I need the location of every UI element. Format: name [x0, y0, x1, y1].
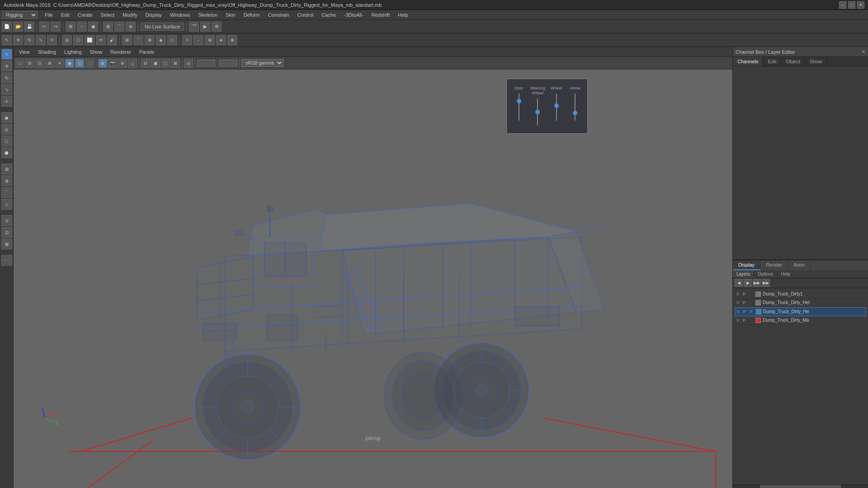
- poly-edit-btn[interactable]: ⬢: [1, 147, 12, 158]
- snap-to-curve2-btn[interactable]: ⌒: [133, 35, 143, 45]
- poly-create-btn[interactable]: ⬡: [1, 136, 12, 146]
- channel-box-close-btn[interactable]: ✕: [862, 49, 865, 54]
- layer3-visibility[interactable]: V: [737, 310, 741, 314]
- layer1-visibility[interactable]: V: [736, 292, 741, 296]
- minus-btn[interactable]: -: [193, 35, 203, 45]
- anim-btn[interactable]: ♦: [216, 35, 226, 45]
- snap-surface-btn[interactable]: ◇: [167, 35, 177, 45]
- scale-mode-btn[interactable]: ⤡: [1, 84, 12, 95]
- display-tab[interactable]: Display: [733, 260, 760, 270]
- rig-btn[interactable]: ⊗: [227, 35, 237, 45]
- snap-surface-side-btn[interactable]: ◇: [1, 199, 12, 210]
- vp-show-cam-btn[interactable]: 📷: [108, 59, 117, 68]
- vp-xray-btn[interactable]: ◌: [85, 59, 94, 68]
- viewport-canvas[interactable]: persp X Z Y Door: [14, 70, 732, 488]
- vp-shading-menu[interactable]: Shading: [34, 48, 60, 56]
- snap-to-grid-btn[interactable]: ⊞: [122, 35, 132, 45]
- layer3-R[interactable]: R: [750, 310, 754, 314]
- snap-point-side-btn[interactable]: ⊕: [1, 175, 12, 186]
- options-sub-tab[interactable]: Options: [754, 270, 777, 278]
- layer2-P[interactable]: P: [743, 300, 747, 305]
- vp-field-chart-btn[interactable]: ⊠: [171, 59, 180, 68]
- lasso-btn[interactable]: ○: [77, 22, 87, 32]
- arrow-handle[interactable]: [573, 111, 577, 115]
- layer3-P[interactable]: P: [743, 310, 748, 314]
- soft-select2-btn[interactable]: ◎: [1, 124, 12, 135]
- paint-btn[interactable]: ◉: [88, 22, 98, 32]
- select-btn[interactable]: ⊞: [66, 22, 75, 32]
- vp-gamma-value-input[interactable]: 1.00: [219, 60, 237, 66]
- door-slider[interactable]: [519, 94, 519, 121]
- vp-film-gate-btn[interactable]: ▣: [151, 59, 160, 68]
- menu-redshift[interactable]: Redshift: [368, 11, 393, 19]
- menu-create[interactable]: Create: [74, 11, 96, 19]
- layer-row-2[interactable]: V P Dump_Truck_Dirty_Hel: [735, 299, 866, 307]
- group-btn[interactable]: ⊠: [1, 239, 12, 249]
- soft-sel2-btn[interactable]: ⬡: [73, 35, 83, 45]
- vp-show-grid-btn[interactable]: ⊞: [98, 59, 107, 68]
- layer-row-4[interactable]: V P Dump_Truck_Dirty_Ma: [735, 316, 866, 325]
- vp-all-lights-btn[interactable]: ☀: [55, 59, 64, 68]
- vp-shaded-btn[interactable]: □: [15, 59, 24, 68]
- no-live-surface-btn[interactable]: No Live Surface: [141, 23, 184, 31]
- object-tab[interactable]: Object: [781, 57, 805, 66]
- vp-show-menu[interactable]: Show: [86, 48, 106, 56]
- add-layer-btn[interactable]: ▶▶: [753, 279, 761, 287]
- snap-point-btn[interactable]: ⊕: [126, 22, 136, 32]
- remove-layer-btn[interactable]: ▶▶: [762, 279, 770, 287]
- vp-view-menu[interactable]: View: [15, 48, 33, 56]
- wheel-handle[interactable]: [554, 103, 559, 108]
- menu-modify[interactable]: Modify: [119, 11, 141, 19]
- rotate-mode-btn[interactable]: ↻: [1, 72, 12, 83]
- paint-weights-btn[interactable]: ◉: [1, 112, 12, 123]
- render-tab[interactable]: Render: [760, 260, 788, 270]
- menu-skin[interactable]: Skin: [222, 11, 239, 19]
- scale-tool-btn[interactable]: ⤡: [36, 35, 46, 45]
- save-btn[interactable]: 💾: [24, 22, 34, 32]
- vp-lighting-menu[interactable]: Lighting: [61, 48, 85, 56]
- plus-btn[interactable]: +: [182, 35, 192, 45]
- vp-color-btn[interactable]: ◉: [65, 59, 74, 68]
- history-btn[interactable]: ⊙: [1, 215, 12, 226]
- snap-curve-btn[interactable]: ⌒: [114, 22, 124, 32]
- layer1-P[interactable]: P: [743, 292, 747, 296]
- right-scrollbar[interactable]: [733, 484, 868, 488]
- vp-texture-btn[interactable]: ⊞: [45, 59, 54, 68]
- gamma-select[interactable]: sRGB gamma linear: [241, 59, 283, 67]
- snap-grid-side-btn[interactable]: ⊞: [1, 164, 12, 174]
- menu-display[interactable]: Display: [142, 11, 165, 19]
- next-layer-btn[interactable]: ▶: [744, 279, 752, 287]
- snap-curve-side-btn[interactable]: ⌒: [1, 187, 12, 198]
- vp-isolate-sel-btn[interactable]: ◎: [184, 59, 193, 68]
- select-tool-btn[interactable]: ↖: [2, 35, 12, 45]
- vp-shaded-wire-btn[interactable]: ⊡: [35, 59, 44, 68]
- steering-slider[interactable]: [537, 99, 538, 126]
- vp-exposure-input[interactable]: 0.00: [197, 60, 215, 66]
- menu-3dtoall[interactable]: -3DtoAll-: [340, 11, 367, 19]
- new-file-btn[interactable]: 📄: [2, 22, 12, 32]
- prev-layer-btn[interactable]: ◀: [735, 279, 743, 287]
- layers-sub-tab[interactable]: Layers: [733, 270, 754, 278]
- menu-help[interactable]: Help: [394, 11, 412, 19]
- minimize-button[interactable]: ─: [839, 1, 846, 9]
- container-btn[interactable]: ⊡: [1, 227, 12, 238]
- steering-handle[interactable]: [535, 110, 540, 114]
- extras-btn[interactable]: ⋯: [1, 255, 12, 266]
- render-btn[interactable]: 🎬: [189, 22, 199, 32]
- vp-resolution-gate-btn[interactable]: ⊟: [141, 59, 150, 68]
- snap-grid-btn[interactable]: ⊞: [103, 22, 113, 32]
- skin-btn[interactable]: ⊛: [205, 35, 215, 45]
- menu-skeleton[interactable]: Skeleton: [194, 11, 221, 19]
- render-settings-btn[interactable]: ⚙: [212, 22, 222, 32]
- menu-constrain[interactable]: Constrain: [264, 11, 293, 19]
- sculpt-btn[interactable]: ✏: [96, 35, 106, 45]
- vp-panels-menu[interactable]: Panels: [136, 48, 158, 56]
- rotate-tool-btn[interactable]: ↻: [24, 35, 34, 45]
- maximize-button[interactable]: □: [848, 1, 855, 9]
- select-mode-btn[interactable]: ↖: [1, 49, 12, 60]
- layer-row-3[interactable]: V P R Dump_Truck_Dirty_He: [735, 307, 866, 316]
- anim-tab[interactable]: Anim: [788, 260, 811, 270]
- layer2-visibility[interactable]: V: [736, 300, 741, 305]
- menu-cache[interactable]: Cache: [318, 11, 340, 19]
- paint-sel-btn[interactable]: 🖌: [107, 35, 117, 45]
